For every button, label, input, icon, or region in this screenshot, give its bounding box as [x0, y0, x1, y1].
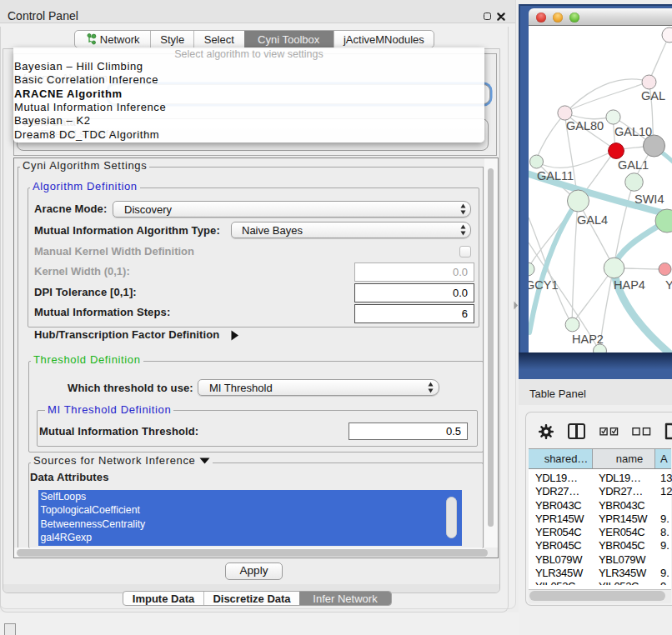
- svg-text:GAL80: GAL80: [566, 119, 604, 132]
- svg-text:GAL11: GAL11: [537, 169, 574, 182]
- svg-text:GAL: GAL: [641, 89, 665, 102]
- svg-text:SWI4: SWI4: [634, 192, 664, 206]
- svg-text:GAL10: GAL10: [614, 125, 652, 138]
- svg-text:Y: Y: [665, 278, 672, 292]
- svg-text:HAP4: HAP4: [614, 278, 645, 292]
- svg-text:GCY1: GCY1: [529, 278, 559, 292]
- svg-text:HAP2: HAP2: [572, 332, 604, 346]
- svg-text:GAL1: GAL1: [618, 158, 649, 172]
- svg-text:GAL4: GAL4: [577, 213, 608, 227]
